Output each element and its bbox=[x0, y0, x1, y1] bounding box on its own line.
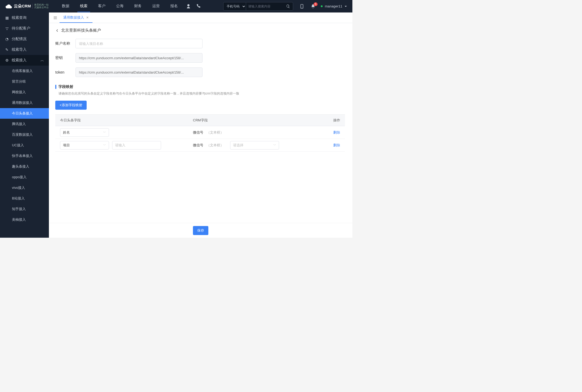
add-field-mapping-button[interactable]: +添加字段映射 bbox=[55, 101, 87, 110]
search-button[interactable] bbox=[283, 4, 293, 8]
chevron-up-icon: ︿ bbox=[40, 58, 44, 63]
chevron-down-icon: ﹀ bbox=[103, 130, 106, 134]
account-name-input[interactable] bbox=[75, 39, 203, 48]
phone-call-icon[interactable] bbox=[196, 4, 201, 9]
sidebar-item-1[interactable]: ▽待分配客户 bbox=[0, 23, 49, 34]
main: 通用数据接入✕ 北京昱新科技头条账户 账户名称 密钥 token bbox=[49, 12, 352, 238]
chevron-down-icon: ﹀ bbox=[273, 143, 276, 147]
toutiao-field-select[interactable]: 项目﹀ bbox=[60, 141, 109, 150]
nav-item-5[interactable]: 运营 bbox=[150, 1, 162, 12]
save-button[interactable]: 保存 bbox=[193, 226, 208, 235]
sidebar: ▦线索查询▽待分配客户◔分配情况✎线索导入⚙线索接入︿在线客服接入留言分组网校接… bbox=[0, 12, 49, 238]
status-dot-icon bbox=[321, 5, 323, 7]
breadcrumb-back[interactable]: 北京昱新科技头条账户 bbox=[55, 28, 345, 33]
search-icon bbox=[286, 4, 290, 8]
sidebar-sub-1[interactable]: 留言分组 bbox=[0, 76, 49, 87]
chevron-down-icon: ﹀ bbox=[103, 143, 106, 147]
notification-bell[interactable]: 5 bbox=[311, 4, 315, 9]
sidebar-item-3[interactable]: ✎线索导入 bbox=[0, 44, 49, 55]
sidebar-icon: ▦ bbox=[5, 16, 9, 20]
top-nav: 云朵CRM 教育机构一站 式服务云平台 数据线索客户公海财务运营报名 手机号码 bbox=[0, 0, 352, 12]
sidebar-sub-6[interactable]: 百度数据接入 bbox=[0, 129, 49, 140]
user-menu[interactable]: manager11 bbox=[321, 4, 347, 8]
sidebar-sub-10[interactable]: oppo接入 bbox=[0, 172, 49, 182]
sidebar-sub-5[interactable]: 腾讯接入 bbox=[0, 119, 49, 129]
nav-item-4[interactable]: 财务 bbox=[132, 1, 144, 12]
user-plus-icon[interactable] bbox=[186, 4, 191, 9]
table-row: 项目﹀微信号（文本框）请选择﹀删除 bbox=[55, 139, 345, 152]
tab-close-0[interactable]: ✕ bbox=[86, 16, 89, 19]
chevron-down-icon bbox=[344, 5, 347, 8]
sidebar-sub-3[interactable]: 通用数据接入 bbox=[0, 97, 49, 108]
section-accent-bar bbox=[55, 85, 56, 89]
sidebar-sub-0[interactable]: 在线客服接入 bbox=[0, 66, 49, 76]
col-toutiao: 今日头条字段 bbox=[60, 118, 193, 123]
account-name-label: 账户名称 bbox=[55, 41, 70, 46]
footer-bar: 保存 bbox=[49, 223, 352, 238]
crm-select[interactable]: 请选择﹀ bbox=[230, 141, 279, 150]
sidebar-sub-12[interactable]: B站接入 bbox=[0, 193, 49, 204]
secret-input[interactable] bbox=[75, 53, 203, 63]
search-input[interactable] bbox=[246, 5, 283, 8]
sidebar-icon: ▽ bbox=[5, 26, 9, 31]
breadcrumb-title: 北京昱新科技头条账户 bbox=[61, 28, 101, 33]
token-input[interactable] bbox=[75, 67, 203, 77]
sidebar-sub-7[interactable]: UC接入 bbox=[0, 140, 49, 151]
toutiao-field-select[interactable]: 姓名﹀ bbox=[60, 128, 109, 137]
secret-label: 密钥 bbox=[55, 56, 70, 60]
nav-item-0[interactable]: 数据 bbox=[59, 1, 72, 12]
sidebar-icon: ✎ bbox=[5, 48, 9, 52]
chevron-left-icon bbox=[55, 29, 59, 32]
nav-item-3[interactable]: 公海 bbox=[113, 1, 126, 12]
delete-row-link[interactable]: 删除 bbox=[333, 130, 340, 134]
section-title: 字段映射 bbox=[58, 84, 73, 89]
mobile-icon[interactable] bbox=[300, 4, 304, 9]
hamburger-icon bbox=[53, 16, 57, 20]
sidebar-sub-8[interactable]: 快手表单接入 bbox=[0, 151, 49, 161]
logo-subtitle: 教育机构一站 式服务云平台 bbox=[32, 4, 49, 9]
sidebar-sub-13[interactable]: 知乎接入 bbox=[0, 204, 49, 214]
notification-badge: 5 bbox=[314, 2, 318, 6]
nav-item-1[interactable]: 线索 bbox=[77, 1, 90, 12]
sidebar-item-0[interactable]: ▦线索查询 bbox=[0, 12, 49, 23]
sidebar-item-4[interactable]: ⚙线索接入︿ bbox=[0, 55, 49, 66]
collapse-sidebar-button[interactable] bbox=[51, 14, 60, 22]
tab-0[interactable]: 通用数据接入✕ bbox=[60, 12, 92, 23]
username-label: manager11 bbox=[325, 4, 342, 8]
tabs-row: 通用数据接入✕ bbox=[49, 12, 352, 23]
svg-point-1 bbox=[302, 7, 302, 8]
cloud-logo-icon bbox=[5, 3, 12, 10]
section-desc: 请确保您在此填写的头条自定义字段名称与在今日头条平台中自定义的字段名称一致，并且… bbox=[55, 91, 345, 96]
search-type-select[interactable]: 手机号码 bbox=[223, 2, 246, 10]
sidebar-icon: ⚙ bbox=[5, 58, 9, 62]
sidebar-icon: ◔ bbox=[5, 37, 9, 41]
logo[interactable]: 云朵CRM 教育机构一站 式服务云平台 bbox=[5, 3, 49, 10]
toutiao-field-input[interactable] bbox=[112, 141, 161, 150]
search-box: 手机号码 bbox=[223, 2, 293, 11]
sidebar-sub-14[interactable]: 美柚接入 bbox=[0, 214, 49, 225]
nav-item-6[interactable]: 报名 bbox=[168, 1, 180, 12]
token-label: token bbox=[55, 70, 70, 74]
mapping-table: 今日头条字段 CRM字段 操作 姓名﹀微信号（文本框）删除项目﹀微信号（文本框）… bbox=[55, 114, 345, 152]
nav-item-2[interactable]: 客户 bbox=[95, 1, 108, 12]
content: 北京昱新科技头条账户 账户名称 密钥 token 字段映射 bbox=[49, 23, 352, 238]
col-crm: CRM字段 bbox=[193, 118, 319, 123]
sidebar-item-2[interactable]: ◔分配情况 bbox=[0, 34, 49, 44]
sidebar-sub-9[interactable]: 趣头条接入 bbox=[0, 161, 49, 172]
sidebar-sub-4[interactable]: 今日头条接入 bbox=[0, 108, 49, 119]
logo-text: 云朵CRM bbox=[14, 4, 31, 9]
nav-items: 数据线索客户公海财务运营报名 bbox=[59, 1, 180, 12]
sidebar-sub-2[interactable]: 网校接入 bbox=[0, 87, 49, 97]
sidebar-sub-11[interactable]: vivo接入 bbox=[0, 182, 49, 193]
delete-row-link[interactable]: 删除 bbox=[333, 143, 340, 147]
col-action: 操作 bbox=[319, 118, 340, 123]
table-row: 姓名﹀微信号（文本框）删除 bbox=[55, 126, 345, 139]
